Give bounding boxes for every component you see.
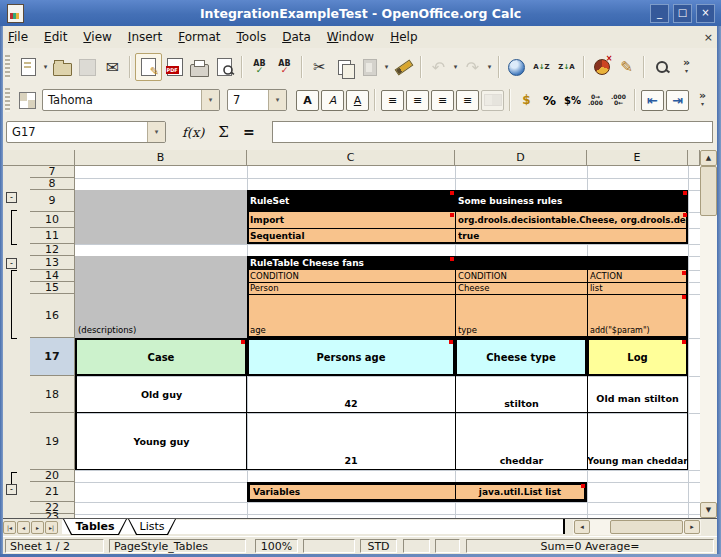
bold-icon[interactable]: A — [296, 90, 319, 111]
row-header-11[interactable]: 11 — [30, 228, 75, 244]
row-header-16[interactable]: 16 — [30, 294, 75, 338]
formula-input[interactable] — [272, 121, 713, 143]
maximize-button[interactable]: □ — [673, 4, 692, 23]
function-icon[interactable]: = — [243, 124, 255, 140]
italic-icon[interactable]: A — [321, 90, 344, 111]
draw-functions-icon[interactable]: ✎ — [614, 54, 639, 80]
edit-file-icon[interactable]: ✎ — [135, 53, 162, 81]
insert-chart-icon[interactable] — [589, 54, 614, 80]
cell-b17[interactable]: Case — [75, 338, 247, 376]
row-header-10[interactable]: 10 — [30, 212, 75, 228]
new-dropdown-icon[interactable]: ▾ — [41, 54, 50, 80]
justified-icon[interactable]: ≡ — [456, 90, 479, 111]
status-sheet-position[interactable]: Sheet 1 / 2 — [5, 539, 104, 553]
number-format-standard-icon[interactable]: $% — [561, 89, 584, 111]
decrease-indent-icon[interactable]: ⇤ — [641, 90, 664, 111]
toolbar-handle[interactable] — [5, 88, 10, 112]
row-header-21[interactable]: 21 — [30, 482, 75, 502]
menu-file[interactable]: File — [0, 28, 36, 46]
column-header-b[interactable]: B — [75, 150, 247, 166]
spellcheck-icon[interactable]: AB✓ — [247, 54, 272, 80]
horizontal-scrollbar-thumb[interactable] — [610, 520, 683, 534]
font-size-combo[interactable]: 7 ▾ — [227, 89, 287, 111]
more-buttons-icon[interactable]: »▾ — [690, 87, 715, 113]
menu-edit[interactable]: Edit — [36, 28, 75, 46]
cell-c18[interactable]: 42 — [247, 376, 455, 413]
cell-d21[interactable]: java.util.List list — [456, 482, 584, 502]
font-name-combo[interactable]: Tahoma ▾ — [42, 89, 220, 111]
cell-d15[interactable]: Cheese — [458, 282, 584, 294]
row-header-8[interactable]: 8 — [30, 178, 75, 190]
paste-icon[interactable] — [357, 54, 382, 80]
new-document-icon[interactable] — [16, 54, 41, 80]
cell-d17[interactable]: Cheese type — [455, 338, 587, 376]
email-icon[interactable]: ✉ — [100, 54, 125, 80]
cell-c10[interactable]: Import — [250, 212, 450, 228]
status-zoom[interactable]: 100% — [255, 539, 298, 553]
paste-dropdown-icon[interactable]: ▾ — [382, 54, 391, 80]
undo-icon[interactable]: ↶ — [426, 54, 451, 80]
scroll-right-icon[interactable]: ▸ — [684, 520, 700, 534]
tab-split-handle[interactable] — [563, 519, 565, 534]
tab-tables[interactable]: Tables — [63, 519, 127, 535]
menu-insert[interactable]: Insert — [120, 28, 170, 46]
close-button[interactable]: × — [696, 4, 715, 23]
function-wizard-icon[interactable]: f(x) — [182, 125, 204, 140]
row-header-12[interactable]: 12 — [30, 244, 75, 256]
menu-data[interactable]: Data — [274, 28, 319, 46]
name-box-dropdown-icon[interactable]: ▾ — [147, 122, 165, 142]
export-pdf-icon[interactable]: PDF — [162, 54, 187, 80]
delete-decimal-icon[interactable]: .000 0← — [607, 89, 630, 111]
save-icon[interactable] — [75, 54, 100, 80]
cell-c21[interactable]: Variables — [253, 482, 448, 502]
status-sum-average[interactable]: Sum=0 Average= — [466, 539, 714, 553]
name-box[interactable]: G17 ▾ — [6, 121, 166, 143]
toolbar-handle[interactable] — [5, 55, 10, 79]
cell-e17[interactable]: Log — [587, 338, 688, 376]
cell-c16[interactable]: age — [250, 294, 450, 337]
row-header-9[interactable]: 9 — [30, 190, 75, 212]
status-selection-mode[interactable]: STD — [360, 539, 397, 553]
outline-collapse-button[interactable]: - — [6, 192, 17, 203]
cell-c11[interactable]: Sequential — [250, 228, 450, 244]
auto-spellcheck-icon[interactable]: AB✓ — [272, 54, 297, 80]
row-header-15[interactable]: 15 — [30, 282, 75, 294]
cell-c9[interactable]: RuleSet — [250, 190, 450, 212]
outline-collapse-button[interactable]: - — [6, 484, 17, 495]
cell-b19[interactable]: Young guy — [77, 413, 246, 470]
previous-sheet-icon[interactable]: ◂ — [17, 521, 30, 534]
cell-reference[interactable]: G17 — [7, 125, 147, 139]
cell-e15[interactable]: list — [590, 282, 685, 294]
menu-view[interactable]: View — [75, 28, 119, 46]
align-center-icon[interactable]: ≡ — [406, 90, 429, 111]
font-size-dropdown-icon[interactable]: ▾ — [268, 90, 286, 110]
sort-ascending-icon[interactable]: A↓Z — [529, 54, 554, 80]
styles-and-formatting-icon[interactable] — [16, 87, 38, 113]
column-header-d[interactable]: D — [455, 150, 587, 166]
menu-tools[interactable]: Tools — [229, 28, 275, 46]
cell-b9-b11-gray[interactable] — [75, 190, 247, 244]
underline-icon[interactable]: A — [346, 90, 369, 111]
merge-cells-icon[interactable] — [481, 90, 504, 111]
last-sheet-icon[interactable]: ▸| — [45, 521, 58, 534]
cell-e18[interactable]: Old man stilton — [588, 376, 687, 413]
cell-b16[interactable]: (descriptions) — [78, 294, 244, 337]
cell-d18[interactable]: stilton — [456, 376, 587, 413]
font-size-value[interactable]: 7 — [228, 93, 268, 107]
cell-d10[interactable]: org.drools.decisiontable.Cheese, org.dro… — [458, 212, 686, 228]
status-field-6[interactable] — [403, 539, 430, 553]
cell-e19[interactable]: Young man cheddar — [588, 413, 687, 470]
close-document-icon[interactable]: × — [704, 31, 713, 44]
sort-descending-icon[interactable]: Z↓A — [554, 54, 579, 80]
format-paintbrush-icon[interactable] — [391, 54, 416, 80]
copy-icon[interactable] — [332, 54, 357, 80]
column-header-c[interactable]: C — [247, 150, 455, 166]
font-name-dropdown-icon[interactable]: ▾ — [201, 90, 219, 110]
redo-dropdown-icon[interactable]: ▾ — [485, 54, 494, 80]
menu-window[interactable]: Window — [319, 28, 382, 46]
sum-icon[interactable]: Σ — [218, 123, 229, 141]
scroll-down-icon[interactable]: ▼ — [700, 502, 717, 518]
minimize-button[interactable]: _ — [650, 4, 669, 23]
status-field-7[interactable] — [435, 539, 460, 553]
select-all-corner[interactable] — [30, 150, 75, 166]
